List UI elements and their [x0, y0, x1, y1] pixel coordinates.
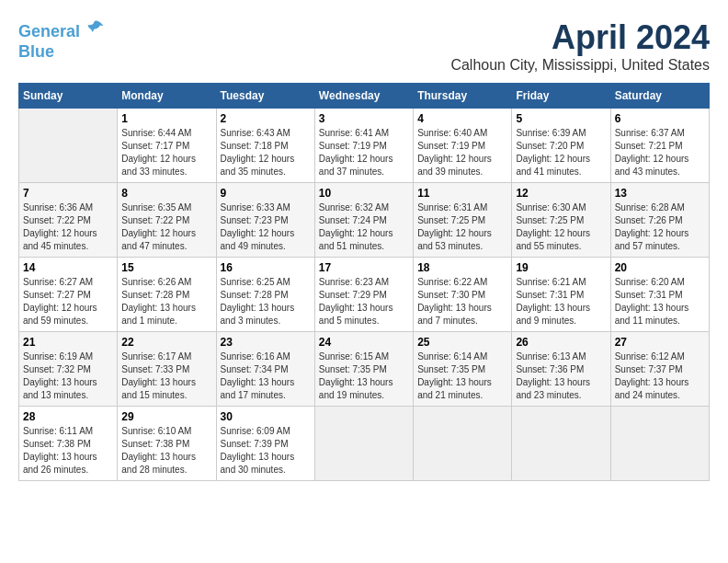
calendar-week-row: 21Sunrise: 6:19 AMSunset: 7:32 PMDayligh… [19, 332, 710, 407]
calendar-day-cell: 28Sunrise: 6:11 AMSunset: 7:38 PMDayligh… [19, 407, 118, 481]
calendar-day-cell: 18Sunrise: 6:22 AMSunset: 7:30 PMDayligh… [414, 258, 512, 332]
page-title: April 2024 [450, 18, 710, 57]
calendar-week-row: 14Sunrise: 6:27 AMSunset: 7:27 PMDayligh… [19, 258, 710, 332]
calendar-day-cell [414, 407, 512, 481]
day-header-wednesday: Wednesday [314, 84, 413, 109]
calendar-day-cell: 24Sunrise: 6:15 AMSunset: 7:35 PMDayligh… [314, 332, 413, 407]
day-info: Sunrise: 6:28 AMSunset: 7:26 PMDaylight:… [615, 201, 705, 253]
day-number: 7 [23, 187, 113, 200]
calendar-day-cell: 27Sunrise: 6:12 AMSunset: 7:37 PMDayligh… [610, 332, 709, 407]
day-number: 22 [121, 336, 211, 349]
day-header-saturday: Saturday [610, 84, 709, 109]
calendar-day-cell: 17Sunrise: 6:23 AMSunset: 7:29 PMDayligh… [314, 258, 413, 332]
day-info: Sunrise: 6:23 AMSunset: 7:29 PMDaylight:… [319, 276, 409, 327]
logo: General Blue [18, 18, 105, 62]
header: General Blue April 2024 Calhoun City, Mi… [18, 18, 710, 74]
calendar-day-cell [610, 407, 709, 481]
day-header-friday: Friday [512, 84, 610, 109]
calendar-day-cell: 8Sunrise: 6:35 AMSunset: 7:22 PMDaylight… [118, 183, 216, 258]
calendar-day-cell: 22Sunrise: 6:17 AMSunset: 7:33 PMDayligh… [118, 332, 216, 407]
calendar-day-cell: 5Sunrise: 6:39 AMSunset: 7:20 PMDaylight… [512, 109, 610, 183]
day-number: 29 [121, 410, 211, 423]
day-info: Sunrise: 6:41 AMSunset: 7:19 PMDaylight:… [319, 127, 409, 178]
calendar-day-cell: 23Sunrise: 6:16 AMSunset: 7:34 PMDayligh… [216, 332, 314, 407]
day-header-sunday: Sunday [19, 84, 118, 109]
day-number: 3 [319, 112, 409, 125]
logo-blue: Blue [18, 42, 105, 62]
calendar-day-cell: 9Sunrise: 6:33 AMSunset: 7:23 PMDaylight… [216, 183, 314, 258]
day-info: Sunrise: 6:33 AMSunset: 7:23 PMDaylight:… [221, 201, 311, 253]
day-number: 11 [417, 187, 507, 200]
day-info: Sunrise: 6:43 AMSunset: 7:18 PMDaylight:… [221, 127, 311, 178]
day-number: 9 [221, 187, 311, 200]
calendar-day-cell: 25Sunrise: 6:14 AMSunset: 7:35 PMDayligh… [414, 332, 512, 407]
calendar-day-cell: 29Sunrise: 6:10 AMSunset: 7:38 PMDayligh… [118, 407, 216, 481]
day-number: 16 [221, 261, 311, 274]
day-info: Sunrise: 6:25 AMSunset: 7:28 PMDaylight:… [221, 276, 311, 327]
day-info: Sunrise: 6:39 AMSunset: 7:20 PMDaylight:… [516, 127, 606, 178]
day-info: Sunrise: 6:13 AMSunset: 7:36 PMDaylight:… [516, 350, 606, 402]
day-number: 18 [417, 261, 507, 274]
day-info: Sunrise: 6:14 AMSunset: 7:35 PMDaylight:… [417, 350, 507, 402]
calendar-week-row: 1Sunrise: 6:44 AMSunset: 7:17 PMDaylight… [19, 109, 710, 183]
day-info: Sunrise: 6:09 AMSunset: 7:39 PMDaylight:… [221, 425, 311, 477]
day-number: 4 [417, 112, 507, 125]
title-area: April 2024 Calhoun City, Mississippi, Un… [450, 18, 710, 74]
day-number: 21 [23, 336, 113, 349]
day-info: Sunrise: 6:26 AMSunset: 7:28 PMDaylight:… [121, 276, 211, 327]
day-number: 10 [319, 187, 409, 200]
day-number: 8 [121, 187, 211, 200]
day-info: Sunrise: 6:31 AMSunset: 7:25 PMDaylight:… [417, 201, 507, 253]
calendar-day-cell: 6Sunrise: 6:37 AMSunset: 7:21 PMDaylight… [610, 109, 709, 183]
calendar-week-row: 28Sunrise: 6:11 AMSunset: 7:38 PMDayligh… [19, 407, 710, 481]
day-number: 19 [516, 261, 606, 274]
calendar-day-cell: 19Sunrise: 6:21 AMSunset: 7:31 PMDayligh… [512, 258, 610, 332]
day-header-tuesday: Tuesday [216, 84, 314, 109]
day-number: 12 [516, 187, 606, 200]
day-info: Sunrise: 6:27 AMSunset: 7:27 PMDaylight:… [23, 276, 113, 327]
calendar-day-cell: 2Sunrise: 6:43 AMSunset: 7:18 PMDaylight… [216, 109, 314, 183]
day-header-thursday: Thursday [414, 84, 512, 109]
day-info: Sunrise: 6:20 AMSunset: 7:31 PMDaylight:… [615, 276, 705, 327]
day-info: Sunrise: 6:36 AMSunset: 7:22 PMDaylight:… [23, 201, 113, 253]
day-number: 20 [615, 261, 705, 274]
calendar-day-cell: 10Sunrise: 6:32 AMSunset: 7:24 PMDayligh… [314, 183, 413, 258]
calendar-day-cell [512, 407, 610, 481]
day-number: 14 [23, 261, 113, 274]
page-subtitle: Calhoun City, Mississippi, United States [450, 57, 710, 74]
day-number: 6 [615, 112, 705, 125]
day-info: Sunrise: 6:21 AMSunset: 7:31 PMDaylight:… [516, 276, 606, 327]
header-row: SundayMondayTuesdayWednesdayThursdayFrid… [19, 84, 710, 109]
day-info: Sunrise: 6:15 AMSunset: 7:35 PMDaylight:… [319, 350, 409, 402]
day-info: Sunrise: 6:17 AMSunset: 7:33 PMDaylight:… [121, 350, 211, 402]
calendar-day-cell: 20Sunrise: 6:20 AMSunset: 7:31 PMDayligh… [610, 258, 709, 332]
day-number: 1 [121, 112, 211, 125]
day-info: Sunrise: 6:37 AMSunset: 7:21 PMDaylight:… [615, 127, 705, 178]
day-info: Sunrise: 6:32 AMSunset: 7:24 PMDaylight:… [319, 201, 409, 253]
day-number: 17 [319, 261, 409, 274]
day-number: 30 [221, 410, 311, 423]
day-number: 26 [516, 336, 606, 349]
day-number: 24 [319, 336, 409, 349]
day-info: Sunrise: 6:30 AMSunset: 7:25 PMDaylight:… [516, 201, 606, 253]
day-header-monday: Monday [118, 84, 216, 109]
day-info: Sunrise: 6:10 AMSunset: 7:38 PMDaylight:… [121, 425, 211, 477]
day-number: 5 [516, 112, 606, 125]
calendar-day-cell: 11Sunrise: 6:31 AMSunset: 7:25 PMDayligh… [414, 183, 512, 258]
calendar-day-cell: 21Sunrise: 6:19 AMSunset: 7:32 PMDayligh… [19, 332, 118, 407]
day-info: Sunrise: 6:11 AMSunset: 7:38 PMDaylight:… [23, 425, 113, 477]
calendar-week-row: 7Sunrise: 6:36 AMSunset: 7:22 PMDaylight… [19, 183, 710, 258]
day-info: Sunrise: 6:22 AMSunset: 7:30 PMDaylight:… [417, 276, 507, 327]
calendar-day-cell: 30Sunrise: 6:09 AMSunset: 7:39 PMDayligh… [216, 407, 314, 481]
calendar-day-cell [314, 407, 413, 481]
calendar-day-cell: 14Sunrise: 6:27 AMSunset: 7:27 PMDayligh… [19, 258, 118, 332]
day-number: 23 [221, 336, 311, 349]
day-info: Sunrise: 6:12 AMSunset: 7:37 PMDaylight:… [615, 350, 705, 402]
day-number: 15 [121, 261, 211, 274]
calendar-day-cell: 16Sunrise: 6:25 AMSunset: 7:28 PMDayligh… [216, 258, 314, 332]
calendar-day-cell: 13Sunrise: 6:28 AMSunset: 7:26 PMDayligh… [610, 183, 709, 258]
day-info: Sunrise: 6:19 AMSunset: 7:32 PMDaylight:… [23, 350, 113, 402]
calendar-day-cell: 15Sunrise: 6:26 AMSunset: 7:28 PMDayligh… [118, 258, 216, 332]
day-info: Sunrise: 6:44 AMSunset: 7:17 PMDaylight:… [121, 127, 211, 178]
day-info: Sunrise: 6:35 AMSunset: 7:22 PMDaylight:… [121, 201, 211, 253]
